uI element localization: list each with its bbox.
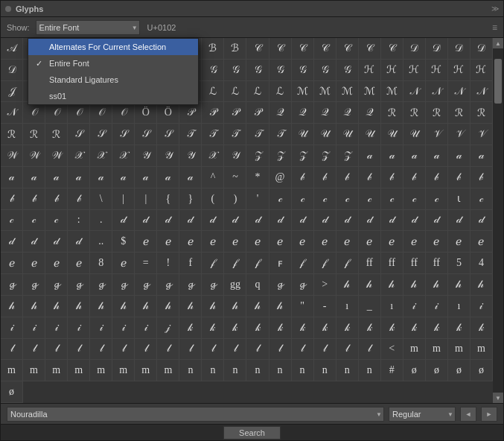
- glyph-cell[interactable]: 𝒩: [470, 81, 493, 103]
- glyph-cell[interactable]: ℯ: [157, 231, 179, 253]
- glyph-cell[interactable]: 𝒾: [426, 296, 448, 317]
- glyph-cell[interactable]: n: [202, 360, 224, 381]
- glyph-cell[interactable]: 𝒢: [314, 60, 336, 81]
- glyph-cell[interactable]: 𝒵: [336, 145, 359, 167]
- glyph-cell[interactable]: 𝓰: [45, 274, 68, 296]
- glyph-cell[interactable]: 𝓁: [112, 339, 135, 361]
- glyph-cell[interactable]: 𝓀: [224, 317, 246, 339]
- glyph-cell[interactable]: !: [157, 253, 179, 274]
- glyph-cell[interactable]: 𝒞: [292, 38, 314, 60]
- glyph-cell[interactable]: 𝒹: [359, 210, 381, 232]
- glyph-cell[interactable]: 5: [448, 253, 470, 274]
- next-font-button[interactable]: ►: [481, 407, 497, 422]
- glyph-cell[interactable]: ℯ: [202, 231, 224, 253]
- glyph-cell[interactable]: 𝒽: [90, 296, 112, 317]
- glyph-cell[interactable]: ℛ: [23, 124, 45, 145]
- glyph-cell[interactable]: ℛ: [426, 102, 448, 124]
- glyph-cell[interactable]: *: [246, 167, 269, 188]
- glyph-cell[interactable]: 𝓰: [269, 274, 292, 296]
- glyph-cell[interactable]: ø: [1, 381, 23, 403]
- glyph-cell[interactable]: 𝒪: [90, 102, 112, 124]
- glyph-cell[interactable]: 𝒪: [68, 102, 90, 124]
- glyph-cell[interactable]: ℛ: [470, 102, 493, 124]
- glyph-cell[interactable]: 𝒽: [403, 274, 426, 296]
- glyph-cell[interactable]: m: [470, 339, 493, 361]
- glyph-cell[interactable]: 𝒶: [381, 145, 403, 167]
- dropdown-item-entire-font[interactable]: Entire Font: [28, 55, 198, 72]
- glyph-cell[interactable]: 𝒶: [179, 167, 202, 188]
- glyph-cell[interactable]: 𝒢: [269, 60, 292, 81]
- glyph-cell[interactable]: 𝒻: [336, 253, 359, 274]
- glyph-cell[interactable]: 𝒷: [68, 188, 90, 210]
- glyph-cell[interactable]: m: [68, 360, 90, 381]
- glyph-cell[interactable]: 𝓰: [157, 274, 179, 296]
- glyph-cell[interactable]: ℯ: [336, 231, 359, 253]
- glyph-cell[interactable]: 𝒷: [314, 167, 336, 188]
- glyph-cell[interactable]: #: [381, 360, 403, 381]
- glyph-cell[interactable]: }: [179, 188, 202, 210]
- glyph-cell[interactable]: 𝒳: [90, 145, 112, 167]
- glyph-cell[interactable]: ı: [336, 296, 359, 317]
- glyph-cell[interactable]: gg: [224, 274, 246, 296]
- glyph-cell[interactable]: 𝓀: [202, 317, 224, 339]
- glyph-cell[interactable]: 𝒶: [426, 145, 448, 167]
- glyph-cell[interactable]: 𝒷: [45, 188, 68, 210]
- glyph-cell[interactable]: ℯ: [470, 231, 493, 253]
- glyph-cell[interactable]: ℳ: [336, 81, 359, 103]
- glyph-cell[interactable]: 𝒟: [448, 38, 470, 60]
- glyph-cell[interactable]: m: [403, 339, 426, 361]
- glyph-cell[interactable]: 𝒷: [448, 167, 470, 188]
- glyph-cell[interactable]: @: [269, 167, 292, 188]
- glyph-cell[interactable]: ..: [90, 231, 112, 253]
- glyph-cell[interactable]: 𝓁: [246, 339, 269, 361]
- glyph-cell[interactable]: 𝒰: [336, 124, 359, 145]
- glyph-cell[interactable]: ℋ: [426, 60, 448, 81]
- glyph-cell[interactable]: 𝒪: [23, 102, 45, 124]
- glyph-cell[interactable]: 𝒹: [23, 231, 45, 253]
- glyph-cell[interactable]: 𝒹: [202, 210, 224, 232]
- glyph-cell[interactable]: m: [45, 360, 68, 381]
- glyph-cell[interactable]: 𝒞: [314, 38, 336, 60]
- glyph-cell[interactable]: 𝒾: [470, 296, 493, 317]
- glyph-cell[interactable]: n: [292, 360, 314, 381]
- glyph-cell[interactable]: |: [112, 188, 135, 210]
- glyph-cell[interactable]: 𝒢: [336, 60, 359, 81]
- glyph-cell[interactable]: 𝒽: [426, 274, 448, 296]
- glyph-cell[interactable]: 𝒟: [426, 38, 448, 60]
- glyph-cell[interactable]: 𝒹: [381, 210, 403, 232]
- glyph-cell[interactable]: 𝒶: [470, 145, 493, 167]
- glyph-cell[interactable]: 𝒰: [359, 124, 381, 145]
- glyph-cell[interactable]: 𝒞: [246, 38, 269, 60]
- glyph-cell[interactable]: 𝒮: [90, 124, 112, 145]
- glyph-cell[interactable]: ℛ: [381, 102, 403, 124]
- glyph-cell[interactable]: Ö: [157, 102, 179, 124]
- glyph-cell[interactable]: ℛ: [403, 102, 426, 124]
- glyph-cell[interactable]: ": [292, 296, 314, 317]
- glyph-cell[interactable]: 𝒸: [470, 188, 493, 210]
- glyph-cell[interactable]: 𝓰: [1, 274, 23, 296]
- glyph-cell[interactable]: 𝒽: [224, 296, 246, 317]
- glyph-cell[interactable]: m: [448, 339, 470, 361]
- glyph-cell[interactable]: 𝓁: [336, 339, 359, 361]
- prev-font-button[interactable]: ◄: [460, 407, 476, 422]
- glyph-cell[interactable]: 𝒷: [336, 167, 359, 188]
- glyph-cell[interactable]: 𝒽: [135, 296, 157, 317]
- glyph-cell[interactable]: m: [426, 339, 448, 361]
- search-button[interactable]: Search: [223, 426, 281, 440]
- glyph-cell[interactable]: ℋ: [403, 60, 426, 81]
- glyph-cell[interactable]: 𝒲: [1, 145, 23, 167]
- glyph-cell[interactable]: ℒ: [202, 81, 224, 103]
- glyph-cell[interactable]: 𝒬: [359, 102, 381, 124]
- font-select[interactable]: Nouradilla: [7, 407, 384, 422]
- glyph-cell[interactable]: ℬ: [202, 38, 224, 60]
- glyph-cell[interactable]: 𝓀: [336, 317, 359, 339]
- glyph-cell[interactable]: 𝒰: [314, 124, 336, 145]
- glyph-cell[interactable]: 𝒽: [112, 296, 135, 317]
- glyph-cell[interactable]: (: [202, 188, 224, 210]
- glyph-cell[interactable]: 𝓰: [135, 274, 157, 296]
- glyph-cell[interactable]: ℛ: [448, 102, 470, 124]
- glyph-cell[interactable]: ℯ: [314, 231, 336, 253]
- glyph-cell[interactable]: ℯ: [68, 253, 90, 274]
- glyph-cell[interactable]: 𝒽: [1, 296, 23, 317]
- glyph-cell[interactable]: 𝒰: [292, 124, 314, 145]
